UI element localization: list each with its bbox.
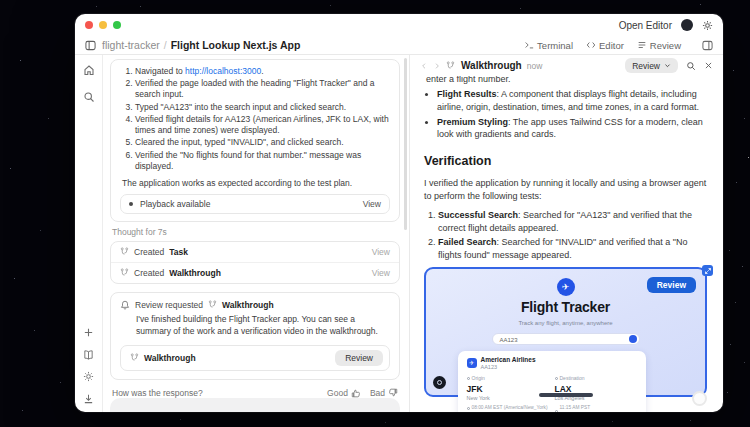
walkthrough-panel: Walkthrough now Review enter a flight nu… <box>410 55 723 412</box>
agent-steps-card: Navigated to http://localhost:3000. Veri… <box>110 59 400 222</box>
nav-back-icon[interactable] <box>420 62 428 70</box>
thought-duration[interactable]: Thought for 7s <box>112 227 398 237</box>
verification-video-preview[interactable]: Review ✈ Flight Tracker Track any flight… <box>424 267 707 397</box>
breadcrumb-separator: / <box>164 39 167 51</box>
open-editor-button[interactable]: Open Editor <box>619 20 672 31</box>
test-item: Successful Search: Searched for "AA123" … <box>438 209 707 235</box>
preview-app-title: Flight Tracker <box>426 298 705 318</box>
test-lead: Failed Search <box>438 237 497 247</box>
zoom-button[interactable] <box>113 21 121 29</box>
artifact-icon <box>130 353 139 362</box>
preview-search-button <box>629 335 637 343</box>
airline-plane-icon: ✈ <box>467 358 477 368</box>
settings-gear-icon[interactable] <box>702 20 713 31</box>
bad-button[interactable]: Bad <box>370 388 398 398</box>
editor-button[interactable]: Editor <box>586 40 624 51</box>
thumbs-up-icon <box>351 388 361 398</box>
walkthrough-review-dropdown[interactable]: Review <box>625 58 678 73</box>
test-steps-list: Navigated to http://localhost:3000. Veri… <box>122 66 390 172</box>
feature-item: Premium Styling: The app uses Tailwind C… <box>437 116 707 142</box>
verification-tests: Successful Search: Searched for "AA123" … <box>424 209 707 261</box>
icon-rail <box>75 55 103 412</box>
review-request-header: Review requested Walkthrough <box>120 300 390 310</box>
search-icon[interactable] <box>83 91 95 103</box>
good-button[interactable]: Good <box>327 388 361 398</box>
test-lead: Successful Search <box>438 210 518 220</box>
artifact-view-link[interactable]: View <box>372 247 390 257</box>
new-conversation-icon[interactable] <box>83 327 94 338</box>
account-icon[interactable] <box>681 19 693 31</box>
titlebar: Open Editor <box>75 14 723 36</box>
origin-time: 08:00 AM EST (America/New_York) <box>467 405 549 412</box>
chat-scrollbar[interactable] <box>404 58 407 230</box>
search-icon[interactable] <box>686 61 696 71</box>
breadcrumb-project[interactable]: flight-tracker <box>102 39 160 51</box>
chevron-down-icon <box>664 62 671 69</box>
playback-dot-icon <box>129 202 133 206</box>
nav-forward-icon[interactable] <box>433 62 441 70</box>
gear-icon[interactable] <box>83 371 94 382</box>
expand-icon[interactable] <box>702 265 713 276</box>
artifact-verb: Created <box>134 268 164 278</box>
walkthrough-timestamp: now <box>527 61 543 71</box>
replay-button[interactable] <box>433 376 446 389</box>
review-button[interactable]: Review <box>637 40 681 51</box>
walkthrough-content: enter a flight number. Flight Results: A… <box>410 74 723 412</box>
close-button[interactable] <box>85 21 93 29</box>
artifact-row-task[interactable]: Created Task View <box>111 242 399 262</box>
main-area: Navigated to http://localhost:3000. Veri… <box>75 55 723 412</box>
review-request-label: Review requested <box>135 300 203 310</box>
artifact-name: Walkthrough <box>169 268 221 278</box>
code-icon <box>586 40 596 50</box>
walkthrough-review-box: Walkthrough Review <box>120 345 390 371</box>
conclusion-text: The application works as expected accord… <box>122 178 390 188</box>
good-label: Good <box>327 388 348 398</box>
review-walkthrough-button[interactable]: Review <box>335 350 383 366</box>
right-panel-toggle-icon[interactable] <box>702 40 713 51</box>
editor-label: Editor <box>599 40 624 51</box>
playback-view-link[interactable]: View <box>363 199 381 209</box>
diff-list-icon <box>637 40 647 50</box>
test-step: Navigated to http://localhost:3000. <box>135 66 390 77</box>
scroll-indicator-circle[interactable] <box>692 391 707 406</box>
toolbar: flight-tracker / Flight Lookup Next.js A… <box>75 36 723 55</box>
localhost-link[interactable]: http://localhost:3000 <box>185 66 261 76</box>
artifact-row-walkthrough[interactable]: Created Walkthrough View <box>111 262 399 283</box>
origin-code: JFK <box>467 383 549 395</box>
toolbar-actions: Terminal Editor Review <box>524 40 713 51</box>
preview-review-button[interactable]: Review <box>647 277 696 293</box>
docs-book-icon[interactable] <box>83 349 94 360</box>
artifact-icon <box>120 268 129 277</box>
artifact-icon <box>446 61 455 70</box>
home-icon[interactable] <box>83 64 95 76</box>
starfield <box>0 0 1 1</box>
clipped-scroll-line: enter a flight number. <box>424 76 707 85</box>
feature-lead: Premium Styling <box>437 117 508 127</box>
test-step: Verified the "No flights found for that … <box>135 150 390 172</box>
flight-card-header: ✈ American Airlines AA123 <box>467 356 637 370</box>
message-composer[interactable]: Planning Gemini 3 Pro <box>110 398 400 412</box>
destination-time: 11:15 AM PST (America/Los_Angeles) <box>555 405 637 412</box>
artifact-verb: Created <box>134 247 164 257</box>
pin-icon <box>555 377 558 380</box>
breadcrumb: flight-tracker / Flight Lookup Next.js A… <box>102 39 300 51</box>
bad-label: Bad <box>370 388 385 398</box>
terminal-button[interactable]: Terminal <box>524 40 573 51</box>
playback-row: Playback available View <box>120 194 390 214</box>
conversation-title[interactable]: Flight Lookup Next.js App <box>171 39 301 51</box>
flight-number: AA123 <box>481 364 536 371</box>
sidebar-toggle-icon[interactable] <box>85 40 96 51</box>
walkthrough-header-actions: Review <box>625 58 713 73</box>
destination-label: Destination <box>555 375 637 382</box>
verification-intro: I verified the application by running it… <box>424 177 707 203</box>
download-icon[interactable] <box>83 393 94 404</box>
chat-input[interactable] <box>119 411 391 412</box>
pin-icon <box>467 377 470 380</box>
agent-summary-message: I've finished building the Flight Tracke… <box>136 314 390 338</box>
video-scrubber[interactable] <box>539 393 593 397</box>
test-item: Failed Search: Searched for "INVALID" an… <box>438 236 707 262</box>
artifact-view-link[interactable]: View <box>372 268 390 278</box>
thumbs-down-icon <box>388 388 398 398</box>
minimize-button[interactable] <box>99 21 107 29</box>
close-icon[interactable] <box>704 61 713 70</box>
